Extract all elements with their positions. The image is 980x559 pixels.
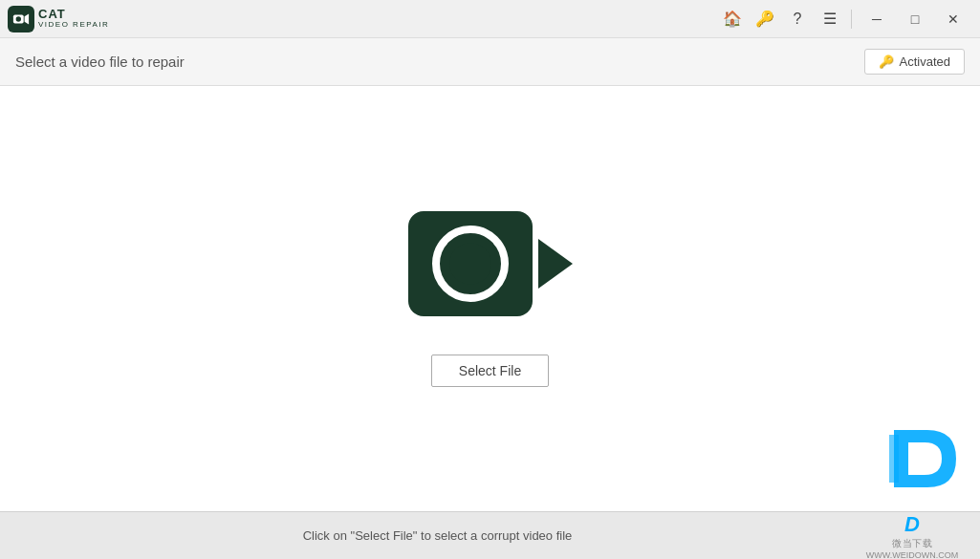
camera-lens-outer (432, 226, 509, 302)
footer-brand-text: 微当下载 (892, 537, 932, 550)
window-controls: ─ □ ✕ (858, 4, 972, 34)
logo-icon (8, 6, 34, 32)
footer-bar: Click on "Select File" to select a corru… (0, 511, 980, 559)
title-bar-icons: 🏠 🔑 ? ☰ ─ □ ✕ (717, 4, 972, 34)
home-button[interactable]: 🏠 (717, 4, 748, 34)
watermark-container (884, 425, 961, 492)
header-title: Select a video file to repair (15, 54, 185, 70)
minimize-button[interactable]: ─ (858, 4, 896, 34)
title-bar-left: CAT VIDEO REPAIR (8, 6, 109, 32)
app-name-sub: VIDEO REPAIR (38, 21, 109, 30)
app-logo: CAT VIDEO REPAIR (8, 6, 109, 32)
help-button[interactable]: ? (782, 4, 813, 34)
watermark-logo (884, 425, 961, 492)
camera-lens-inner (449, 243, 491, 285)
key-button[interactable]: 🔑 (750, 4, 780, 34)
footer-d-logo: D (904, 512, 920, 537)
video-icon-container (408, 211, 573, 316)
svg-marker-1 (25, 13, 30, 24)
app-name: CAT VIDEO REPAIR (38, 8, 109, 30)
footer-hint-text: Click on "Select File" to select a corru… (15, 528, 860, 543)
title-separator (851, 10, 852, 29)
svg-point-2 (16, 16, 21, 21)
camera-side-triangle (538, 239, 573, 289)
maximize-button[interactable]: □ (896, 4, 934, 34)
select-file-button[interactable]: Select File (431, 355, 549, 387)
close-button[interactable]: ✕ (934, 4, 972, 34)
footer-watermark: D 微当下载 WWW.WEIDOWN.COM (860, 512, 965, 560)
app-name-cat: CAT (38, 8, 109, 21)
menu-button[interactable]: ☰ (815, 4, 845, 34)
footer-url-text: WWW.WEIDOWN.COM (866, 550, 958, 560)
activated-button[interactable]: 🔑 Activated (864, 49, 965, 75)
activated-key-icon: 🔑 (879, 54, 894, 69)
video-camera-icon (408, 211, 573, 316)
title-bar: CAT VIDEO REPAIR 🏠 🔑 ? ☰ ─ □ ✕ (0, 0, 980, 38)
activated-label: Activated (900, 54, 950, 69)
main-content: Select File (0, 86, 980, 511)
header-bar: Select a video file to repair 🔑 Activate… (0, 38, 980, 86)
camera-body (408, 211, 533, 316)
